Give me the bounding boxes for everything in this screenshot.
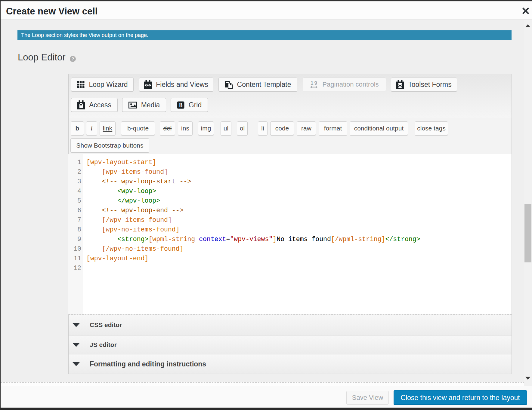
- svg-text:1: 1: [311, 80, 313, 86]
- svg-text:B: B: [179, 102, 182, 108]
- svg-text:9: 9: [314, 80, 317, 86]
